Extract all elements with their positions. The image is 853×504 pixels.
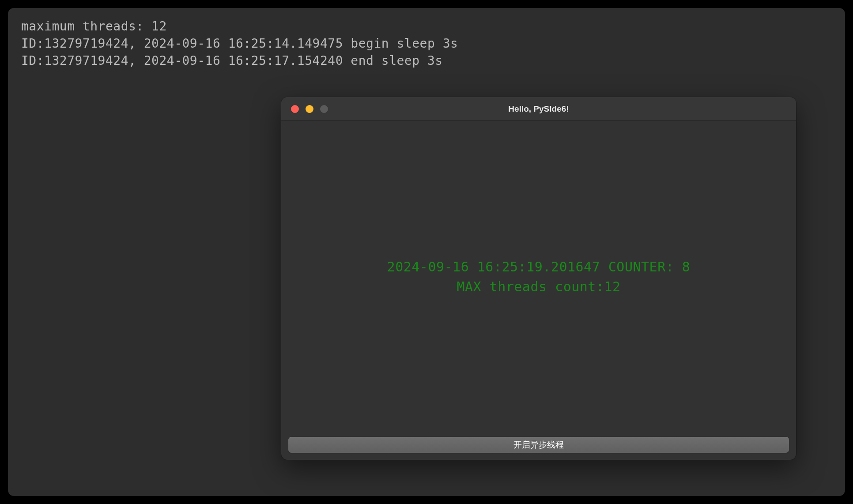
close-icon[interactable] [291, 105, 299, 113]
traffic-lights-group [281, 105, 328, 113]
window-title: Hello, PySide6! [281, 104, 796, 114]
minimize-icon[interactable] [306, 105, 313, 113]
terminal-output-line: ID:13279719424, 2024-09-16 16:25:17.1542… [21, 52, 832, 69]
start-async-thread-button[interactable]: 开启异步线程 [288, 437, 789, 453]
window-title-bar[interactable]: Hello, PySide6! [281, 97, 796, 121]
button-container: 开启异步线程 [281, 433, 796, 460]
terminal-output-line: ID:13279719424, 2024-09-16 16:25:14.1494… [21, 35, 832, 52]
status-line-counter: 2024-09-16 16:25:19.201647 COUNTER: 8 [387, 257, 691, 277]
terminal-output-line: maximum threads: 12 [21, 18, 832, 35]
app-content-area: 2024-09-16 16:25:19.201647 COUNTER: 8 MA… [281, 121, 796, 433]
status-label: 2024-09-16 16:25:19.201647 COUNTER: 8 MA… [387, 257, 691, 297]
status-line-threads: MAX threads count:12 [387, 277, 691, 297]
pyside-app-window: Hello, PySide6! 2024-09-16 16:25:19.2016… [281, 97, 796, 460]
zoom-icon[interactable] [320, 105, 328, 113]
